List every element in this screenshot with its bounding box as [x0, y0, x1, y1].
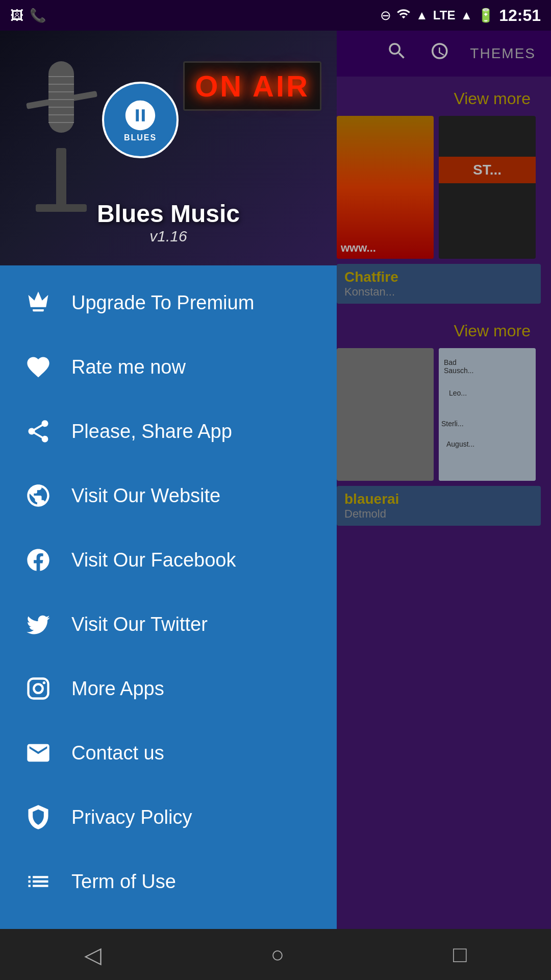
dnd-icon: ⊖: [380, 8, 391, 23]
status-time: 12:51: [499, 6, 541, 25]
wifi-icon: [396, 7, 411, 24]
side-drawer: ON AIR BLUES Blues Music v1.16: [0, 31, 337, 980]
heart-icon: [20, 349, 56, 385]
home-button[interactable]: ○: [270, 942, 284, 967]
status-bar-left: 🖼 📞: [10, 8, 46, 23]
battery-icon: 🔋: [478, 8, 494, 23]
drawer-header: ON AIR BLUES Blues Music v1.16: [0, 31, 337, 265]
terms-label: Term of Use: [71, 871, 176, 893]
menu-item-twitter[interactable]: Visit Our Twitter: [0, 592, 337, 656]
share-label: Please, Share App: [71, 421, 232, 443]
shield-icon: [20, 799, 56, 835]
photo-icon: 🖼: [10, 8, 23, 23]
contact-label: Contact us: [71, 742, 164, 764]
signal-icon: ▲: [416, 8, 428, 22]
status-bar: 🖼 📞 ⊖ ▲ LTE ▲ 🔋 12:51: [0, 0, 551, 31]
facebook-label: Visit Our Facebook: [71, 549, 236, 571]
on-air-sign: ON AIR: [183, 61, 321, 111]
menu-items-list: Upgrade To Premium Rate me now Please, S…: [0, 265, 337, 980]
menu-item-rate[interactable]: Rate me now: [0, 335, 337, 399]
menu-item-share[interactable]: Please, Share App: [0, 399, 337, 463]
app-logo-text: BLUES: [124, 133, 157, 142]
menu-item-facebook[interactable]: Visit Our Facebook: [0, 528, 337, 592]
back-button[interactable]: ◁: [84, 942, 102, 968]
facebook-icon: [20, 542, 56, 578]
twitter-icon: [20, 606, 56, 642]
app-version: v1.16: [0, 228, 337, 245]
nav-bar: ◁ ○ □: [0, 929, 551, 980]
recent-button[interactable]: □: [453, 942, 467, 967]
menu-item-privacy[interactable]: Privacy Policy: [0, 785, 337, 849]
crown-icon: [20, 285, 56, 321]
menu-item-moreapps[interactable]: More Apps: [0, 656, 337, 721]
phone-icon: 📞: [30, 8, 46, 23]
menu-item-contact[interactable]: Contact us: [0, 721, 337, 785]
share-icon: [20, 413, 56, 449]
rate-label: Rate me now: [71, 356, 186, 378]
twitter-label: Visit Our Twitter: [71, 614, 208, 635]
list-icon: [20, 864, 56, 899]
moreapps-label: More Apps: [71, 678, 164, 700]
website-label: Visit Our Website: [71, 485, 220, 507]
signal2-icon: ▲: [460, 8, 472, 22]
upgrade-label: Upgrade To Premium: [71, 292, 254, 314]
app-logo: BLUES: [102, 82, 179, 158]
globe-icon: [20, 478, 56, 513]
instagram-icon: [20, 671, 56, 706]
email-icon: [20, 735, 56, 771]
drawer-app-name-area: Blues Music v1.16: [0, 200, 337, 245]
lte-label: LTE: [433, 8, 456, 22]
menu-item-upgrade[interactable]: Upgrade To Premium: [0, 271, 337, 335]
app-name: Blues Music: [0, 200, 337, 228]
menu-item-website[interactable]: Visit Our Website: [0, 463, 337, 528]
status-bar-right: ⊖ ▲ LTE ▲ 🔋 12:51: [380, 6, 541, 25]
privacy-label: Privacy Policy: [71, 806, 192, 828]
menu-item-terms[interactable]: Term of Use: [0, 849, 337, 914]
